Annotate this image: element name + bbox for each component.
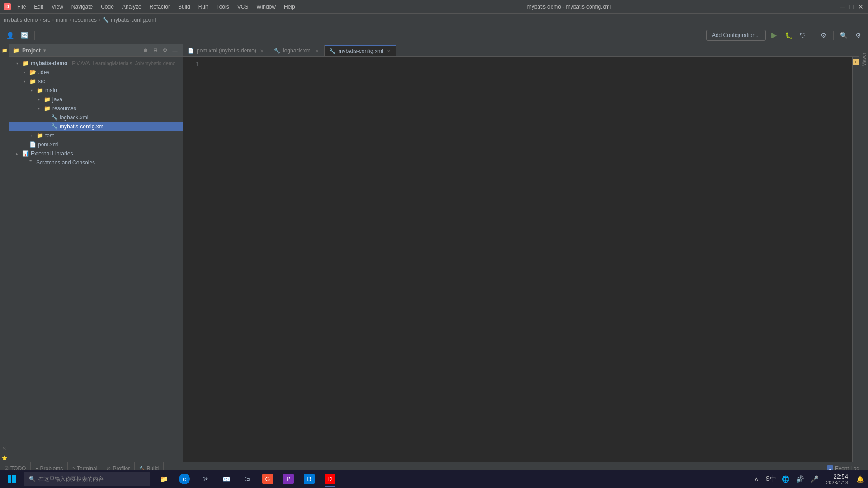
taskbar: 🔍 在这里输入你要搜索的内容 📁 e 🛍 📧 🗂 G P B IJ ∧ S中 🌐… <box>0 470 868 488</box>
tree-arrow-resources <box>36 106 42 111</box>
favorites-icon[interactable]: ⭐ <box>0 454 9 462</box>
hide-panel-button[interactable]: — <box>171 47 179 55</box>
breadcrumb-main[interactable]: main <box>56 17 67 23</box>
menu-run[interactable]: Run <box>195 3 212 11</box>
logback-tab-close[interactable]: ✕ <box>314 48 320 53</box>
menu-view[interactable]: View <box>48 3 67 11</box>
tab-pom[interactable]: 📄 pom.xml (mybatis-demo) ✕ <box>183 45 269 56</box>
project-icon[interactable]: 📁 <box>0 46 9 54</box>
start-button[interactable] <box>2 470 22 488</box>
taskbar-apps: 📁 e 🛍 📧 🗂 G P B IJ <box>154 470 340 488</box>
tree-item-mybatis-demo[interactable]: 📁 mybatis-demo E:\JAVA_LearningMaterials… <box>9 59 183 68</box>
maximize-button[interactable]: □ <box>848 3 855 10</box>
menu-analyze[interactable]: Analyze <box>118 3 145 11</box>
volume-icon[interactable]: 🔊 <box>793 470 806 488</box>
menu-vcs[interactable]: VCS <box>234 3 252 11</box>
minimize-button[interactable]: ─ <box>839 3 846 10</box>
taskbar-app-purple[interactable]: P <box>278 470 298 488</box>
menu-build[interactable]: Build <box>175 3 194 11</box>
menu-navigate[interactable]: Navigate <box>68 3 96 11</box>
notification-icon[interactable]: 🔔 <box>854 470 866 488</box>
taskbar-app-edge[interactable]: e <box>175 470 194 488</box>
tree-arrow-logback <box>43 115 49 120</box>
tree-item-main[interactable]: 📁 main <box>9 86 183 95</box>
taskbar-app-idea[interactable]: IJ <box>320 470 340 488</box>
project-dropdown-arrow[interactable]: ▾ <box>43 48 46 53</box>
toolbar: 👤 🔄 Add Configuration... ▶ 🐛 🛡 ⚙ 🔍 ⚙ <box>0 26 868 44</box>
tree-item-src[interactable]: 📁 src <box>9 77 183 86</box>
taskbar-app-git[interactable]: G <box>258 470 278 488</box>
toolbar-sep3 <box>833 31 834 40</box>
tree-label-ext-libs: External Libraries <box>31 150 73 157</box>
locate-file-button[interactable]: ⊕ <box>141 47 149 55</box>
mybatis-config-tab-close[interactable]: ✕ <box>386 49 392 54</box>
taskbar-app-files[interactable]: 📁 <box>154 470 174 488</box>
menu-refactor[interactable]: Refactor <box>146 3 174 11</box>
taskbar-app-files2[interactable]: 🗂 <box>237 470 257 488</box>
breadcrumb-filename[interactable]: mybatis-config.xml <box>111 17 156 23</box>
network-icon[interactable]: 🌐 <box>779 470 792 488</box>
run-button[interactable]: ▶ <box>768 29 780 42</box>
search-button[interactable]: 🔍 <box>837 29 850 42</box>
input-method-icon[interactable]: S中 <box>764 470 777 488</box>
tree-label-scratches: Scratches and Consoles <box>36 160 95 166</box>
tab-mybatis-config[interactable]: 🔧 mybatis-config.xml ✕ <box>325 45 396 56</box>
tree-item-resources[interactable]: 📁 resources <box>9 104 183 113</box>
pom-tab-close[interactable]: ✕ <box>259 48 264 53</box>
tab-bar: 📄 pom.xml (mybatis-demo) ✕ 🔧 logback.xml… <box>183 44 859 57</box>
mybatis-config-file-icon: 🔧 <box>51 123 58 130</box>
chevron-up-icon[interactable]: ∧ <box>750 470 763 488</box>
tree-arrow-src <box>22 79 27 84</box>
taskbar-app-blue[interactable]: B <box>299 470 319 488</box>
coverage-button[interactable]: 🛡 <box>797 29 809 42</box>
code-editor[interactable] <box>201 57 852 462</box>
system-clock[interactable]: 22:54 2023/1/13 <box>822 473 852 485</box>
tree-label-idea: .idea <box>38 69 50 75</box>
line-numbers: 1 <box>183 57 201 462</box>
add-configuration-button[interactable]: Add Configuration... <box>706 30 766 41</box>
menu-edit[interactable]: Edit <box>30 3 47 11</box>
breadcrumb-resources[interactable]: resources <box>73 17 97 23</box>
title-bar: IJ File Edit View Navigate Code Analyze … <box>0 0 868 14</box>
menu-tools[interactable]: Tools <box>213 3 233 11</box>
taskbar-app-store[interactable]: 🛍 <box>195 470 215 488</box>
idea-folder-icon: 📂 <box>29 69 36 76</box>
tree-item-mybatis-config[interactable]: 🔧 mybatis-config.xml <box>9 122 183 131</box>
tree-item-pom[interactable]: 📄 pom.xml <box>9 140 183 149</box>
right-gutter: 1 <box>852 57 859 462</box>
menu-window[interactable]: Window <box>253 3 279 11</box>
structure-icon[interactable]: S <box>0 445 9 453</box>
breadcrumb-project[interactable]: mybatis-demo <box>4 17 38 23</box>
windows-logo-icon <box>8 475 16 483</box>
toolbar-settings-btn[interactable]: ⚙ <box>817 29 830 42</box>
tree-item-ext-libs[interactable]: 📊 External Libraries <box>9 149 183 158</box>
menu-help[interactable]: Help <box>280 3 299 11</box>
close-button[interactable]: ✕ <box>857 3 864 10</box>
microphone-icon[interactable]: 🎤 <box>808 470 821 488</box>
toolbar-sync-btn[interactable]: 🔄 <box>18 29 31 42</box>
taskbar-search-text: 在这里输入你要搜索的内容 <box>38 475 104 483</box>
tree-item-java[interactable]: 📁 java <box>9 95 183 104</box>
settings-button2[interactable]: ⚙ <box>852 29 864 42</box>
tree-item-test[interactable]: 📁 test <box>9 131 183 140</box>
tree-item-idea[interactable]: 📂 .idea <box>9 68 183 77</box>
tree-label-pom: pom.xml <box>38 141 58 148</box>
tab-logback[interactable]: 🔧 logback.xml ✕ <box>269 45 325 56</box>
debug-button[interactable]: 🐛 <box>782 29 795 42</box>
tree-label-test: test <box>45 132 54 139</box>
menu-code[interactable]: Code <box>97 3 118 11</box>
error-gutter-badge[interactable]: 1 <box>853 59 859 65</box>
tree-label-mybatis-demo: mybatis-demo <box>31 60 67 66</box>
collapse-all-button[interactable]: ⊟ <box>151 47 159 55</box>
tree-options-button[interactable]: ⚙ <box>161 47 169 55</box>
tree-item-logback[interactable]: 🔧 logback.xml <box>9 113 183 122</box>
breadcrumb-file[interactable]: 🔧 <box>102 17 109 23</box>
tree-item-scratches[interactable]: 🗒 Scratches and Consoles <box>9 158 183 167</box>
taskbar-search[interactable]: 🔍 在这里输入你要搜索的内容 <box>24 472 150 486</box>
menu-file[interactable]: File <box>14 3 29 11</box>
app-icon: IJ <box>4 3 11 10</box>
toolbar-icon-btn[interactable]: 👤 <box>4 29 16 42</box>
breadcrumb-src[interactable]: src <box>43 17 50 23</box>
taskbar-app-mail[interactable]: 📧 <box>216 470 236 488</box>
maven-sidebar-label[interactable]: Maven <box>860 48 868 70</box>
